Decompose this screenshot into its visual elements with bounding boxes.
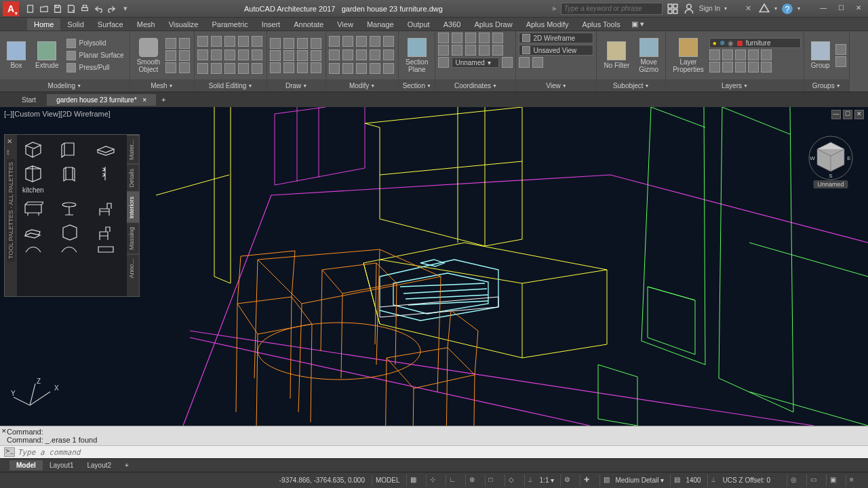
mesh-icon[interactable] [179, 38, 190, 49]
layer-icon[interactable] [761, 49, 772, 60]
panel-title-view[interactable]: View [516, 79, 596, 92]
layout-tab-1[interactable]: Layout1 [43, 460, 81, 470]
palette-item[interactable] [21, 139, 45, 159]
se-icon[interactable] [252, 63, 262, 74]
extrude-button[interactable]: Extrude [31, 40, 62, 70]
se-icon[interactable] [211, 36, 222, 47]
draw-icon[interactable] [270, 50, 281, 61]
se-icon[interactable] [224, 63, 235, 74]
undo-icon[interactable] [94, 4, 103, 14]
viewcube[interactable]: S E W Unnamed [807, 134, 854, 188]
user-icon[interactable] [683, 3, 695, 15]
mesh-icon[interactable] [165, 50, 176, 61]
doc-tab-file[interactable]: garden house 23 furniture* × [47, 94, 156, 106]
presspull-button[interactable]: Press/Pull [64, 62, 126, 73]
status-clean-icon[interactable]: ▣ [826, 474, 843, 487]
doc-tab-start[interactable]: Start [12, 94, 45, 106]
se-icon[interactable] [197, 63, 208, 74]
tab-a360[interactable]: A360 [437, 18, 468, 30]
coord-icon[interactable] [465, 33, 476, 43]
save-icon[interactable] [53, 4, 62, 14]
se-icon[interactable] [238, 63, 249, 74]
draw-icon[interactable] [283, 50, 294, 61]
mod-icon[interactable] [370, 49, 380, 60]
mod-icon[interactable] [342, 63, 353, 74]
layer-icon[interactable] [722, 49, 733, 60]
mod-icon[interactable] [356, 49, 367, 60]
tab-view[interactable]: View [330, 18, 360, 30]
print-icon[interactable] [80, 4, 90, 14]
se-icon[interactable] [238, 36, 249, 47]
coord-icon[interactable] [479, 45, 490, 56]
status-elev-button[interactable]: ▤1400 [670, 474, 704, 487]
draw-icon[interactable] [270, 38, 281, 49]
a360-icon[interactable] [758, 3, 770, 15]
tab-insert[interactable]: Insert [255, 18, 288, 30]
mod-icon[interactable] [356, 63, 367, 74]
tab-visualize[interactable]: Visualize [162, 18, 205, 30]
mod-icon[interactable] [356, 36, 367, 47]
se-icon[interactable] [252, 49, 262, 60]
coord-icon[interactable] [492, 45, 503, 56]
tab-manage[interactable]: Manage [360, 18, 401, 30]
coord-icon[interactable] [438, 45, 449, 56]
se-icon[interactable] [211, 49, 222, 60]
palette-item[interactable] [21, 245, 45, 253]
draw-icon[interactable] [311, 50, 321, 61]
no-filter-button[interactable]: No Filter [599, 40, 633, 70]
mod-icon[interactable] [370, 36, 380, 47]
mod-icon[interactable] [329, 49, 340, 60]
saveas-icon[interactable] [66, 4, 76, 14]
doc-tab-close-icon[interactable]: × [142, 96, 146, 104]
group-button[interactable]: Group [807, 40, 834, 70]
palette-item[interactable] [57, 139, 81, 159]
panel-title-groups[interactable]: Groups [804, 79, 849, 92]
se-icon[interactable] [224, 36, 235, 47]
panel-title-coordinates[interactable]: Coordinates [435, 79, 515, 92]
box-button[interactable]: Box [3, 40, 30, 70]
se-icon[interactable] [224, 49, 235, 60]
status-snap-icon[interactable]: ⊹ [426, 474, 443, 487]
draw-icon[interactable] [283, 62, 294, 73]
status-isolate-icon[interactable]: ◎ [787, 474, 804, 487]
status-grid-icon[interactable]: ▦ [406, 474, 423, 487]
cmd-prompt-icon[interactable]: ≻_ [4, 447, 15, 457]
palette-item[interactable] [57, 163, 81, 184]
sign-in-label[interactable]: Sign In [699, 5, 720, 12]
panel-title-layers[interactable]: Layers [666, 79, 804, 92]
se-icon[interactable] [252, 36, 262, 47]
smooth-object-button[interactable]: Smooth Object [133, 37, 164, 75]
status-osnap-icon[interactable]: □ [485, 474, 502, 487]
exchange-icon[interactable]: ✕ [742, 3, 754, 15]
se-icon[interactable] [197, 49, 208, 60]
mod-icon[interactable] [342, 49, 353, 60]
view-icon[interactable] [532, 57, 543, 68]
panel-title-modify[interactable]: Modify [326, 79, 398, 92]
se-icon[interactable] [211, 63, 222, 74]
palette-item[interactable] [94, 198, 118, 218]
mod-icon[interactable] [383, 49, 394, 60]
status-ortho-icon[interactable]: ∟ [446, 474, 462, 487]
panel-title-section[interactable]: Section [399, 79, 435, 92]
saved-view-dropdown[interactable]: Unsaved View [519, 45, 593, 56]
tab-output[interactable]: Output [401, 18, 437, 30]
tab-aplusdraw[interactable]: Aplus Draw [467, 18, 519, 30]
mod-icon[interactable] [329, 63, 340, 74]
tab-aplustools[interactable]: Aplus Tools [576, 18, 627, 30]
palette-tab[interactable]: Massing [127, 222, 139, 254]
se-icon[interactable] [197, 36, 208, 47]
mesh-icon[interactable] [165, 38, 176, 49]
layer-icon[interactable] [709, 49, 720, 60]
palette-tab[interactable]: Interiors [127, 192, 139, 223]
status-gear-icon[interactable]: ⚙ [560, 474, 577, 487]
chevron-right-icon[interactable]: ▶ [553, 5, 557, 12]
draw-icon[interactable] [297, 38, 308, 49]
palette-tab[interactable]: Details [127, 164, 139, 192]
status-polar-icon[interactable]: ⊛ [465, 474, 482, 487]
layout-tab-model[interactable]: Model [9, 460, 43, 470]
layer-dropdown[interactable]: ●❄◉ furniture [709, 38, 801, 48]
layer-icon[interactable] [722, 62, 733, 73]
draw-icon[interactable] [311, 38, 321, 49]
redo-icon[interactable] [107, 4, 117, 14]
visual-style-dropdown[interactable]: 2D Wireframe [519, 33, 593, 43]
